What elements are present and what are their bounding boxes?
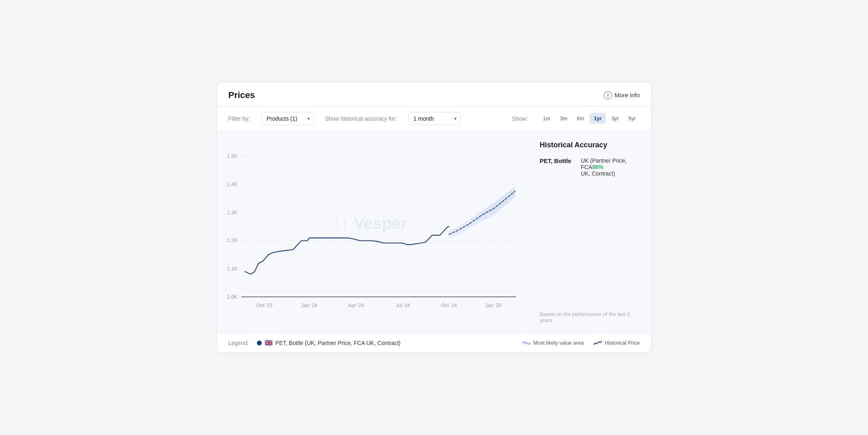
period-3yr[interactable]: 3yr — [607, 113, 623, 124]
show-label: Show: — [512, 115, 528, 122]
uk-flag-icon: 🇬🇧 — [265, 339, 273, 347]
historical-price-icon — [593, 340, 602, 346]
legend-item-label: PET, Bottle (UK, Partner Price, FCA UK, … — [275, 340, 401, 346]
historical-accuracy-label: Show historical accuracy for: — [325, 115, 397, 122]
accuracy-percentage: 98% — [592, 164, 603, 170]
legend-row: Legend: 🇬🇧 PET, Bottle (UK, Partner Pric… — [217, 333, 651, 352]
historical-price-legend: Historical Price — [593, 340, 640, 346]
period-3m[interactable]: 3m — [556, 113, 571, 124]
svg-text:1.1K: 1.1K — [227, 266, 238, 272]
svg-text:Jan '25: Jan '25 — [485, 303, 501, 308]
most-likely-legend: Most likely value area — [522, 340, 584, 346]
period-buttons: 1m 3m 6m 1yr 3yr 5yr — [539, 113, 640, 124]
prices-panel: Prices i More info Filter by: Products (… — [217, 83, 651, 352]
svg-text:1.2K: 1.2K — [227, 238, 238, 243]
filter-by-label: Filter by: — [228, 115, 250, 122]
sidebar-footer: Based on the performance of the last 2 y… — [540, 311, 641, 323]
svg-text:Jan '24: Jan '24 — [301, 303, 317, 308]
forecast-area — [449, 187, 515, 238]
svg-text:1.3K: 1.3K — [227, 210, 238, 215]
svg-text:1.5K: 1.5K — [227, 153, 238, 159]
most-likely-label: Most likely value area — [533, 340, 584, 346]
accuracy-product-name: PET, Bottle — [540, 157, 576, 164]
price-chart: 1.5K 1.4K 1.3K 1.2K 1.1K 1.0K Oct '23 Ja… — [223, 139, 520, 326]
accuracy-detail-suffix: UK, Contract) — [581, 170, 615, 177]
svg-text:Oct '24: Oct '24 — [441, 303, 457, 308]
historical-price-line — [245, 227, 449, 274]
filters-row: Filter by: Products (1) ▾ Show historica… — [217, 107, 651, 131]
period-5yr[interactable]: 5yr — [624, 113, 640, 124]
historical-select-wrap: 1 month ▾ — [408, 112, 461, 125]
main-content: 1.5K 1.4K 1.3K 1.2K 1.1K 1.0K Oct '23 Ja… — [217, 131, 651, 333]
legend-dot-icon — [257, 341, 262, 345]
historical-price-label: Historical Price — [605, 340, 640, 346]
accuracy-detail: UK (Partner Price, FCA98% UK, Contract) — [581, 157, 641, 177]
svg-text:1.4K: 1.4K — [227, 182, 238, 187]
more-info-button[interactable]: i More info — [604, 91, 640, 99]
legend-item-pet: 🇬🇧 PET, Bottle (UK, Partner Price, FCA U… — [257, 339, 401, 347]
svg-text:1.0K: 1.0K — [227, 294, 238, 299]
legend-label: Legend: — [228, 340, 249, 346]
period-6m[interactable]: 6m — [573, 113, 588, 124]
historical-accuracy-sidebar: Historical Accuracy PET, Bottle UK (Part… — [530, 131, 651, 333]
svg-text:Oct '23: Oct '23 — [257, 303, 272, 308]
most-likely-icon — [522, 340, 531, 346]
svg-text:Jul '24: Jul '24 — [396, 303, 410, 308]
sidebar-title: Historical Accuracy — [540, 141, 641, 149]
products-select-wrap: Products (1) ▾ — [261, 112, 314, 125]
legend-right: Most likely value area Historical Price — [522, 340, 640, 346]
products-select[interactable]: Products (1) — [261, 112, 314, 125]
period-1yr[interactable]: 1yr — [590, 113, 606, 124]
svg-text:Apr '24: Apr '24 — [348, 303, 364, 308]
accuracy-item: PET, Bottle UK (Partner Price, FCA98% UK… — [540, 157, 641, 177]
svg-rect-18 — [522, 342, 531, 344]
chart-area: 1.5K 1.4K 1.3K 1.2K 1.1K 1.0K Oct '23 Ja… — [217, 131, 530, 333]
accuracy-detail-prefix: UK (Partner Price, FCA — [581, 157, 627, 170]
more-info-label: More info — [614, 92, 640, 98]
historical-select[interactable]: 1 month — [408, 112, 461, 125]
panel-header: Prices i More info — [217, 83, 651, 107]
period-1m[interactable]: 1m — [539, 113, 554, 124]
panel-title: Prices — [228, 90, 255, 100]
info-icon: i — [604, 91, 612, 99]
watermark-text: ↑↑ Vesper — [333, 214, 407, 232]
